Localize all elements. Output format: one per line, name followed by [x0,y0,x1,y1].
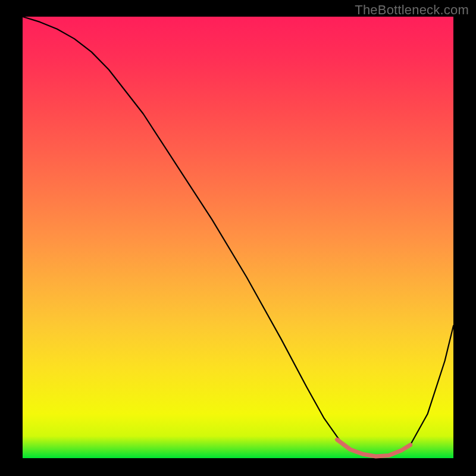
curve-layer [23,17,453,458]
valley-highlight [337,440,411,456]
chart-container: TheBottleneck.com [0,0,476,476]
bottleneck-curve [23,17,453,456]
plot-area [23,17,453,458]
attribution-text: TheBottleneck.com [355,2,469,18]
